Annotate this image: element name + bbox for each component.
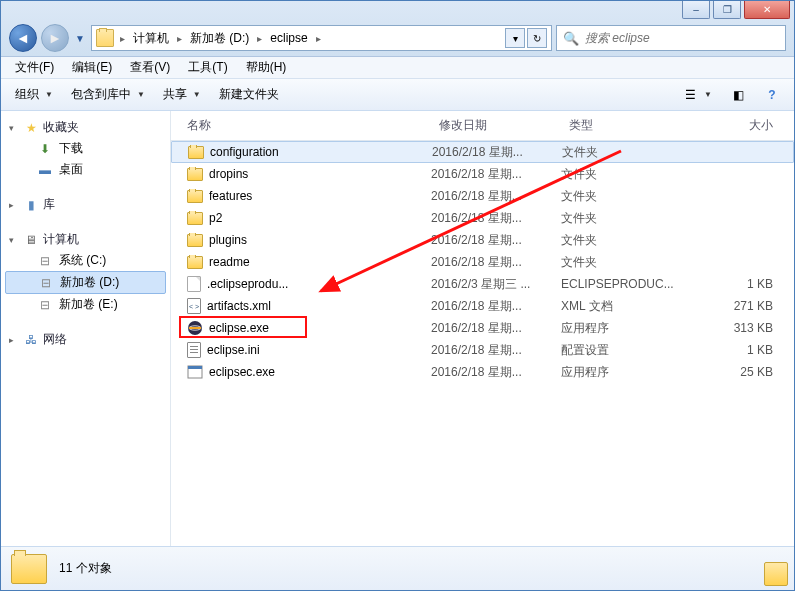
file-row[interactable]: eclipse.exe2016/2/18 星期...应用程序313 KB bbox=[171, 317, 794, 339]
file-name: dropins bbox=[209, 167, 248, 181]
column-header-name[interactable]: 名称 bbox=[171, 115, 431, 136]
organize-button[interactable]: 组织▼ bbox=[9, 82, 59, 107]
menu-tools[interactable]: 工具(T) bbox=[180, 57, 235, 78]
status-text: 11 个对象 bbox=[59, 560, 112, 577]
xml-file-icon: < > bbox=[187, 298, 201, 314]
view-options-button[interactable]: ☰▼ bbox=[676, 83, 718, 107]
menu-help[interactable]: 帮助(H) bbox=[238, 57, 295, 78]
nav-back-button[interactable]: ◄ bbox=[9, 24, 37, 52]
file-row[interactable]: p22016/2/18 星期...文件夹 bbox=[171, 207, 794, 229]
window-controls: – ❐ ✕ bbox=[682, 1, 790, 19]
file-row[interactable]: dropins2016/2/18 星期...文件夹 bbox=[171, 163, 794, 185]
maximize-button[interactable]: ❐ bbox=[713, 1, 741, 19]
breadcrumb-computer[interactable]: 计算机 bbox=[129, 30, 173, 47]
file-name: .eclipseprodu... bbox=[207, 277, 288, 291]
help-button[interactable]: ? bbox=[758, 83, 786, 107]
file-date: 2016/2/18 星期... bbox=[431, 342, 561, 359]
file-row[interactable]: configuration2016/2/18 星期...文件夹 bbox=[171, 141, 794, 163]
file-type: XML 文档 bbox=[561, 298, 711, 315]
file-size: 1 KB bbox=[711, 277, 791, 291]
sidebar-item-downloads[interactable]: ⬇下载 bbox=[1, 138, 170, 159]
sidebar-item-desktop[interactable]: ▬桌面 bbox=[1, 159, 170, 180]
breadcrumb-drive[interactable]: 新加卷 (D:) bbox=[186, 30, 253, 47]
search-icon: 🔍 bbox=[563, 31, 579, 46]
file-date: 2016/2/18 星期... bbox=[431, 320, 561, 337]
chevron-down-icon: ▼ bbox=[193, 90, 201, 99]
search-input[interactable] bbox=[585, 31, 779, 45]
file-date: 2016/2/18 星期... bbox=[431, 254, 561, 271]
sidebar-item-drive-c[interactable]: ⊟系统 (C:) bbox=[1, 250, 170, 271]
column-header-size[interactable]: 大小 bbox=[711, 115, 791, 136]
drive-icon: ⊟ bbox=[37, 297, 53, 313]
file-row[interactable]: .eclipseprodu...2016/2/3 星期三 ...ECLIPSEP… bbox=[171, 273, 794, 295]
content-pane[interactable]: 名称 修改日期 类型 大小 configuration2016/2/18 星期.… bbox=[171, 111, 794, 546]
details-pane: 11 个对象 bbox=[1, 546, 794, 590]
file-type: 文件夹 bbox=[561, 210, 711, 227]
chevron-right-icon[interactable]: ▸ bbox=[255, 33, 264, 44]
favorites-header[interactable]: ▾★收藏夹 bbox=[1, 117, 170, 138]
file-row[interactable]: eclipse.ini2016/2/18 星期...配置设置1 KB bbox=[171, 339, 794, 361]
file-name: plugins bbox=[209, 233, 247, 247]
view-icon: ☰ bbox=[682, 87, 698, 103]
file-name: eclipse.ini bbox=[207, 343, 260, 357]
column-header-date[interactable]: 修改日期 bbox=[431, 115, 561, 136]
folder-icon bbox=[187, 168, 203, 181]
nav-pane[interactable]: ▾★收藏夹 ⬇下载 ▬桌面 ▸▮库 ▾🖥计算机 ⊟系统 (C:) ⊟新加卷 (D… bbox=[1, 111, 171, 546]
expand-icon: ▸ bbox=[9, 200, 19, 210]
file-name: artifacts.xml bbox=[207, 299, 271, 313]
file-row[interactable]: < >artifacts.xml2016/2/18 星期...XML 文档271… bbox=[171, 295, 794, 317]
library-icon: ▮ bbox=[23, 197, 39, 213]
refresh-button[interactable]: ↻ bbox=[527, 28, 547, 48]
file-name: eclipsec.exe bbox=[209, 365, 275, 379]
file-row[interactable]: features2016/2/18 星期...文件夹 bbox=[171, 185, 794, 207]
libraries-header[interactable]: ▸▮库 bbox=[1, 194, 170, 215]
share-button[interactable]: 共享▼ bbox=[157, 82, 207, 107]
computer-header[interactable]: ▾🖥计算机 bbox=[1, 229, 170, 250]
menu-view[interactable]: 查看(V) bbox=[122, 57, 178, 78]
file-date: 2016/2/18 星期... bbox=[432, 144, 562, 161]
file-row[interactable]: eclipsec.exe2016/2/18 星期...应用程序25 KB bbox=[171, 361, 794, 383]
include-library-button[interactable]: 包含到库中▼ bbox=[65, 82, 151, 107]
chevron-right-icon[interactable]: ▸ bbox=[118, 33, 127, 44]
file-row[interactable]: plugins2016/2/18 星期...文件夹 bbox=[171, 229, 794, 251]
nav-forward-button[interactable]: ► bbox=[41, 24, 69, 52]
file-date: 2016/2/18 星期... bbox=[431, 210, 561, 227]
search-box[interactable]: 🔍 bbox=[556, 25, 786, 51]
close-button[interactable]: ✕ bbox=[744, 1, 790, 19]
menu-file[interactable]: 文件(F) bbox=[7, 57, 62, 78]
network-header[interactable]: ▸🖧网络 bbox=[1, 329, 170, 350]
nav-history-dropdown[interactable]: ▼ bbox=[73, 25, 87, 51]
download-icon: ⬇ bbox=[37, 141, 53, 157]
address-bar[interactable]: ▸ 计算机 ▸ 新加卷 (D:) ▸ eclipse ▸ ▾ ↻ bbox=[91, 25, 552, 51]
file-name: readme bbox=[209, 255, 250, 269]
new-folder-button[interactable]: 新建文件夹 bbox=[213, 82, 285, 107]
file-type: 配置设置 bbox=[561, 342, 711, 359]
folder-icon bbox=[187, 212, 203, 225]
column-header-type[interactable]: 类型 bbox=[561, 115, 711, 136]
network-icon: 🖧 bbox=[23, 332, 39, 348]
file-type: 应用程序 bbox=[561, 320, 711, 337]
file-name: eclipse.exe bbox=[209, 321, 269, 335]
file-size: 271 KB bbox=[711, 299, 791, 313]
computer-icon: 🖥 bbox=[23, 232, 39, 248]
drive-icon: ⊟ bbox=[38, 275, 54, 291]
file-type: 应用程序 bbox=[561, 364, 711, 381]
preview-pane-button[interactable]: ◧ bbox=[724, 83, 752, 107]
titlebar-area: – ❐ ✕ ◄ ► ▼ ▸ 计算机 ▸ 新加卷 (D:) ▸ eclipse ▸… bbox=[1, 1, 794, 57]
file-row[interactable]: readme2016/2/18 星期...文件夹 bbox=[171, 251, 794, 273]
file-type: 文件夹 bbox=[561, 254, 711, 271]
chevron-right-icon[interactable]: ▸ bbox=[175, 33, 184, 44]
file-date: 2016/2/18 星期... bbox=[431, 364, 561, 381]
chevron-right-icon[interactable]: ▸ bbox=[314, 33, 323, 44]
help-icon: ? bbox=[764, 87, 780, 103]
column-headers: 名称 修改日期 类型 大小 bbox=[171, 111, 794, 141]
folder-icon bbox=[187, 256, 203, 269]
file-date: 2016/2/18 星期... bbox=[431, 166, 561, 183]
address-dropdown-button[interactable]: ▾ bbox=[505, 28, 525, 48]
menu-edit[interactable]: 编辑(E) bbox=[64, 57, 120, 78]
minimize-button[interactable]: – bbox=[682, 1, 710, 19]
sidebar-item-drive-d[interactable]: ⊟新加卷 (D:) bbox=[5, 271, 166, 294]
sidebar-item-drive-e[interactable]: ⊟新加卷 (E:) bbox=[1, 294, 170, 315]
preview-icon: ◧ bbox=[730, 87, 746, 103]
breadcrumb-eclipse[interactable]: eclipse bbox=[266, 31, 311, 45]
